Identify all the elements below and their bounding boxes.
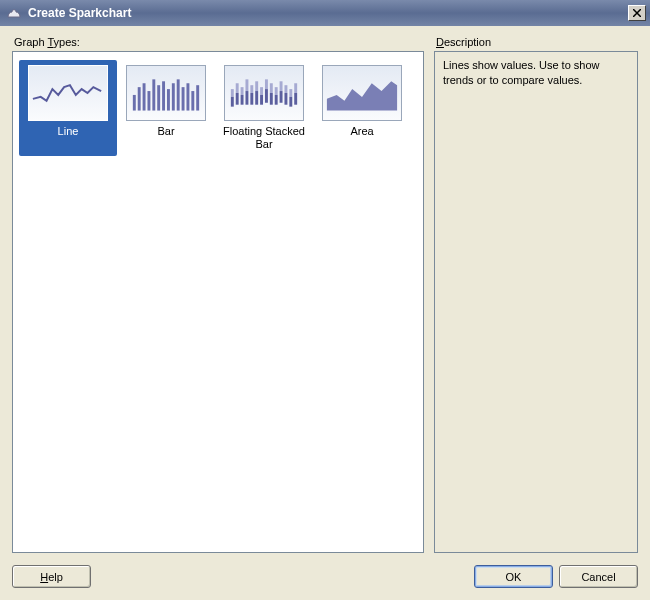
- bar-chart-icon: [126, 65, 206, 121]
- graph-types-list[interactable]: Line: [12, 51, 424, 553]
- svg-rect-24: [255, 81, 258, 91]
- svg-rect-4: [152, 79, 155, 110]
- svg-rect-12: [191, 91, 194, 111]
- content-row: Graph Types: Line: [12, 36, 638, 553]
- graph-type-label: Line: [56, 125, 81, 151]
- svg-rect-18: [241, 87, 244, 95]
- svg-rect-15: [231, 97, 234, 107]
- svg-rect-19: [241, 95, 244, 105]
- svg-rect-16: [236, 83, 239, 93]
- svg-rect-31: [270, 93, 273, 105]
- svg-rect-29: [265, 89, 268, 103]
- svg-rect-1: [138, 87, 141, 110]
- title-bar: Create Sparkchart: [0, 0, 650, 26]
- graph-type-label: Floating Stacked Bar: [220, 125, 308, 151]
- graph-type-area[interactable]: Area: [313, 60, 411, 156]
- svg-rect-13: [196, 85, 199, 110]
- dialog-body: Graph Types: Line: [0, 26, 650, 600]
- graph-type-bar[interactable]: Bar: [117, 60, 215, 156]
- svg-rect-14: [231, 89, 234, 97]
- description-panel: Description Lines show values. Use to sh…: [434, 36, 638, 553]
- help-button[interactable]: Help: [12, 565, 91, 588]
- dialog-button-row: Help OK Cancel: [12, 565, 638, 588]
- svg-rect-40: [294, 83, 297, 93]
- svg-rect-0: [133, 95, 136, 111]
- svg-rect-34: [280, 81, 283, 91]
- svg-rect-11: [186, 83, 189, 110]
- svg-rect-32: [275, 87, 278, 95]
- graph-type-label: Bar: [155, 125, 176, 151]
- svg-rect-20: [245, 79, 248, 91]
- ok-button[interactable]: OK: [474, 565, 553, 588]
- graph-types-label: Graph Types:: [14, 36, 424, 48]
- svg-rect-17: [236, 93, 239, 105]
- graph-type-floating-stacked-bar[interactable]: Floating Stacked Bar: [215, 60, 313, 156]
- floating-stacked-bar-icon: [224, 65, 304, 121]
- graph-type-line[interactable]: Line: [19, 60, 117, 156]
- svg-rect-2: [143, 83, 146, 110]
- svg-rect-28: [265, 79, 268, 89]
- svg-rect-41: [294, 93, 297, 105]
- svg-rect-6: [162, 81, 165, 110]
- svg-rect-37: [284, 93, 287, 105]
- svg-rect-23: [250, 93, 253, 105]
- description-label: Description: [436, 36, 638, 48]
- area-chart-icon: [322, 65, 402, 121]
- svg-rect-22: [250, 85, 253, 93]
- svg-rect-30: [270, 83, 273, 93]
- svg-rect-21: [245, 91, 248, 105]
- svg-rect-10: [182, 87, 185, 110]
- svg-rect-27: [260, 95, 263, 105]
- svg-rect-9: [177, 79, 180, 110]
- svg-rect-35: [280, 91, 283, 103]
- window-title: Create Sparkchart: [28, 6, 628, 20]
- svg-rect-7: [167, 89, 170, 110]
- app-icon: [6, 5, 22, 21]
- svg-rect-39: [289, 97, 292, 107]
- svg-rect-26: [260, 87, 263, 95]
- svg-rect-38: [289, 89, 292, 97]
- svg-rect-33: [275, 95, 278, 105]
- graph-type-label: Area: [348, 125, 375, 151]
- svg-rect-8: [172, 83, 175, 110]
- svg-rect-36: [284, 85, 287, 93]
- close-button[interactable]: [628, 5, 646, 21]
- svg-rect-3: [147, 91, 150, 111]
- cancel-button[interactable]: Cancel: [559, 565, 638, 588]
- line-chart-icon: [28, 65, 108, 121]
- svg-rect-5: [157, 85, 160, 110]
- description-text: Lines show values. Use to show trends or…: [434, 51, 638, 553]
- svg-rect-25: [255, 91, 258, 105]
- graph-types-panel: Graph Types: Line: [12, 36, 424, 553]
